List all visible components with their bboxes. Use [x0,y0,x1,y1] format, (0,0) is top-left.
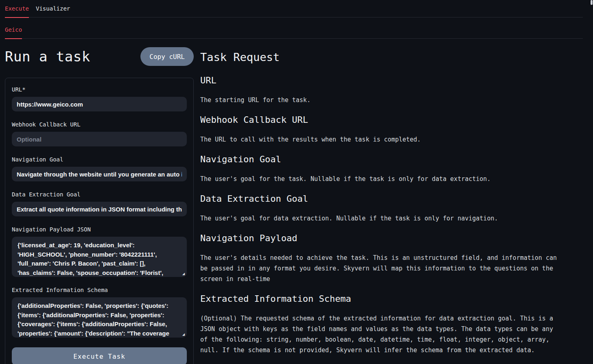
extracted-schema-label: Extracted Information Schema [12,287,187,293]
form-header: Run a task Copy cURL [5,47,194,66]
doc-heading: Data Extraction Goal [200,194,560,204]
webhook-label: Webhook Callback URL [12,121,187,128]
doc-body: The user's details needed to achieve the… [200,253,560,284]
doc-body: The starting URL for the task. [200,95,560,105]
tab-geico[interactable]: Geico [5,26,22,33]
navigation-payload-label: Navigation Payload JSON [12,226,187,233]
data-extraction-goal-input[interactable] [12,202,187,216]
task-form-card: URL* Webhook Callback URL Navigation Goa… [5,78,194,364]
tab-execute[interactable]: Execute [5,5,29,12]
page-title: Run a task [5,48,90,65]
doc-section-webhook: Webhook Callback URL The URL to call wit… [200,115,560,145]
navigation-goal-input[interactable] [12,167,187,181]
doc-body: The user's goal for data extraction. Nul… [200,213,560,224]
extracted-schema-textarea[interactable]: {'additionalProperties': False, 'propert… [12,297,187,338]
doc-heading: URL [200,75,560,86]
app-page: Execute Visualizer Geico Run a task Copy… [0,0,593,364]
execute-task-button[interactable]: Execute Task [12,347,187,364]
doc-body: (Optional) The requested schema of the e… [200,313,560,355]
doc-heading: Navigation Goal [200,154,560,165]
docs-column: Task Request URL The starting URL for th… [200,39,583,364]
doc-heading: Webhook Callback URL [200,115,560,125]
doc-section-navigation-goal: Navigation Goal The user's goal for the … [200,154,560,184]
url-label: URL* [12,86,187,93]
docs-title: Task Request [200,51,583,64]
doc-body: The user's goal for the task. Nullable i… [200,174,560,184]
navigation-payload-field-group: Navigation Payload JSON {'licensed_at_ag… [12,226,187,277]
doc-heading: Navigation Payload [200,233,560,244]
data-extraction-goal-field-group: Data Extraction Goal [12,191,187,216]
copy-curl-button[interactable]: Copy cURL [140,47,194,66]
navigation-goal-field-group: Navigation Goal [12,156,187,181]
url-input[interactable] [12,97,187,111]
doc-section-extracted-schema: Extracted Information Schema (Optional) … [200,294,560,355]
doc-section-data-extraction-goal: Data Extraction Goal The user's goal for… [200,194,560,224]
scrollbar-thumb[interactable] [591,0,593,5]
doc-section-navigation-payload: Navigation Payload The user's details ne… [200,233,560,284]
webhook-input[interactable] [12,132,187,146]
navigation-goal-label: Navigation Goal [12,156,187,163]
navigation-payload-textarea[interactable]: {'licensed_at_age': 19, 'education_level… [12,237,187,277]
doc-body: The URL to call with the results when th… [200,134,560,145]
data-extraction-goal-label: Data Extraction Goal [12,191,187,198]
url-field-group: URL* [12,86,187,111]
tab-visualizer[interactable]: Visualizer [36,5,70,12]
doc-section-url: URL The starting URL for the task. [200,75,560,105]
main-content: Run a task Copy cURL URL* Webhook Callba… [5,39,583,364]
doc-heading: Extracted Information Schema [200,294,560,304]
webhook-field-group: Webhook Callback URL [12,121,187,146]
task-tab-bar: Geico [5,17,583,39]
main-tab-bar: Execute Visualizer [5,0,583,17]
extracted-schema-field-group: Extracted Information Schema {'additiona… [12,287,187,338]
task-form-column: Run a task Copy cURL URL* Webhook Callba… [5,39,194,364]
